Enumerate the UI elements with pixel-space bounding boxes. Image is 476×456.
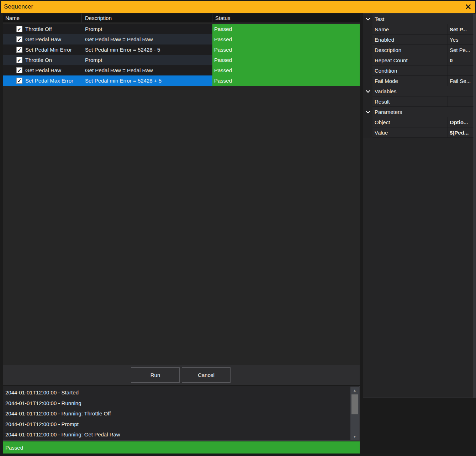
column-header-description[interactable]: Description	[81, 14, 212, 22]
property-value[interactable]: Fail Se...	[448, 76, 474, 86]
chevron-down-icon	[366, 16, 370, 21]
log-output[interactable]: 2044-01-01T12:00:00 - Started 2044-01-01…	[3, 386, 360, 441]
check-icon: ✓	[17, 37, 22, 42]
group-label: Parameters	[372, 107, 474, 117]
run-button[interactable]: Run	[131, 367, 180, 383]
scroll-up-icon[interactable]: ▲	[350, 387, 359, 394]
check-icon: ✓	[17, 27, 22, 32]
step-status: Passed	[212, 44, 360, 55]
step-description: Get Pedal Raw = Pedal Raw	[81, 65, 212, 75]
chevron-down-icon	[366, 109, 370, 114]
property-row-enabled[interactable]: Enabled Yes	[363, 35, 474, 45]
table-rows: ✓ Throttle Off Prompt Passed ✓ Get Pedal…	[3, 24, 360, 86]
property-label: Condition	[372, 65, 448, 76]
log-scrollbar[interactable]: ▲ ▼	[350, 387, 359, 440]
title-bar[interactable]: Sequencer	[1, 1, 475, 13]
sequencer-window: Sequencer Name Description Status ✓ Thro…	[0, 0, 476, 456]
property-group-parameters[interactable]: Parameters	[363, 107, 474, 117]
row-checkbox[interactable]: ✓	[16, 36, 22, 42]
step-status: Passed	[212, 55, 360, 65]
step-name: Throttle Off	[25, 26, 52, 32]
check-icon: ✓	[17, 78, 22, 83]
step-status: Passed	[212, 75, 360, 86]
button-strip: Run Cancel	[3, 365, 360, 385]
table-row[interactable]: ✓ Throttle On Prompt Passed	[3, 55, 360, 65]
property-value[interactable]: Set P...	[448, 24, 474, 35]
group-label: Test	[372, 14, 474, 24]
property-group-test[interactable]: Test	[363, 14, 474, 24]
table-row[interactable]: ✓ Get Pedal Raw Get Pedal Raw = Pedal Ra…	[3, 65, 360, 75]
property-row-result[interactable]: Result	[363, 96, 474, 107]
check-icon: ✓	[17, 47, 22, 52]
property-row-name[interactable]: Name Set P...	[363, 24, 474, 35]
log-line: 2044-01-01T12:00:00 - Started	[5, 387, 359, 398]
property-label: Enabled	[372, 35, 448, 45]
property-value[interactable]: Yes	[448, 35, 474, 45]
step-description: Prompt	[81, 24, 212, 34]
property-value[interactable]: Optio...	[448, 117, 474, 127]
table-row[interactable]: ✓ Get Pedal Raw Get Pedal Raw = Pedal Ra…	[3, 34, 360, 44]
step-status: Passed	[212, 34, 360, 44]
row-checkbox[interactable]: ✓	[16, 57, 22, 63]
property-label: Description	[372, 45, 448, 55]
column-header-status[interactable]: Status	[212, 14, 360, 22]
property-value[interactable]: Set Pe...	[448, 45, 474, 55]
property-row-condition[interactable]: Condition	[363, 65, 474, 76]
table-row[interactable]: ✓ Set Pedal Min Error Set Pedal min Erro…	[3, 44, 360, 55]
log-lines: 2044-01-01T12:00:00 - Started 2044-01-01…	[3, 386, 359, 440]
log-line: 2044-01-01T12:00:00 - Running: Get Pedal…	[5, 429, 359, 440]
property-label: Name	[372, 24, 448, 35]
table-row[interactable]: ✓ Throttle Off Prompt Passed	[3, 24, 360, 34]
step-name: Throttle On	[25, 57, 52, 63]
property-row-object[interactable]: Object Optio...	[363, 117, 474, 127]
check-icon: ✓	[17, 68, 22, 73]
property-row-description[interactable]: Description Set Pe...	[363, 45, 474, 55]
close-icon	[465, 4, 471, 10]
status-bar: Passed	[3, 441, 360, 454]
property-label: Object	[372, 117, 448, 127]
step-name: Get Pedal Raw	[25, 67, 61, 73]
property-value[interactable]	[448, 96, 474, 107]
scroll-down-icon[interactable]: ▼	[350, 433, 359, 440]
property-row-fail-mode[interactable]: Fail Mode Fail Se...	[363, 76, 474, 86]
row-checkbox[interactable]: ✓	[16, 67, 22, 73]
table-header: Name Description Status	[3, 14, 360, 23]
row-checkbox[interactable]: ✓	[16, 47, 22, 53]
group-expander[interactable]	[363, 107, 372, 117]
row-checkbox[interactable]: ✓	[16, 78, 22, 84]
property-value[interactable]	[448, 65, 474, 76]
step-description: Prompt	[81, 55, 212, 65]
chevron-down-icon	[366, 88, 370, 93]
log-line: 2044-01-01T12:00:00 - Running	[5, 398, 359, 409]
step-name: Set Pedal Max Error	[25, 78, 73, 84]
property-label: Fail Mode	[372, 76, 448, 86]
scroll-thumb[interactable]	[351, 394, 358, 414]
property-value[interactable]: 0	[448, 55, 474, 65]
cancel-button[interactable]: Cancel	[182, 367, 231, 383]
group-expander[interactable]	[363, 86, 372, 96]
step-status: Passed	[212, 24, 360, 34]
check-icon: ✓	[17, 58, 22, 63]
table-row-selected[interactable]: ✓ Set Pedal Max Error Set Pedal min Erro…	[3, 75, 360, 86]
step-name: Set Pedal Min Error	[25, 47, 72, 53]
group-label: Variables	[372, 86, 474, 96]
property-row-value[interactable]: Value $(Ped...	[363, 127, 474, 138]
sequence-table-area: Name Description Status ✓ Throttle Off P…	[3, 14, 360, 385]
property-label: Value	[372, 127, 448, 138]
property-row-repeat-count[interactable]: Repeat Count 0	[363, 55, 474, 65]
property-group-variables[interactable]: Variables	[363, 86, 474, 96]
panel-scrollbar[interactable]	[474, 14, 476, 398]
row-checkbox[interactable]: ✓	[16, 26, 22, 32]
step-description: Set Pedal min Error = 52428 + 5	[81, 75, 212, 86]
property-label: Result	[372, 96, 448, 107]
step-description: Get Pedal Raw = Pedal Raw	[81, 34, 212, 44]
log-line: 2044-01-01T12:00:00 - Prompt	[5, 419, 359, 430]
step-name: Get Pedal Raw	[25, 36, 61, 42]
close-button[interactable]	[463, 2, 473, 11]
property-value[interactable]: $(Ped...	[448, 127, 474, 138]
column-header-name[interactable]: Name	[3, 14, 81, 22]
property-panel: Test Name Set P... Enabled Yes Descripti…	[363, 14, 474, 398]
log-line: 2044-01-01T12:00:00 - Running: Throttle …	[5, 408, 359, 419]
property-label: Repeat Count	[372, 55, 448, 65]
group-expander[interactable]	[363, 14, 372, 24]
